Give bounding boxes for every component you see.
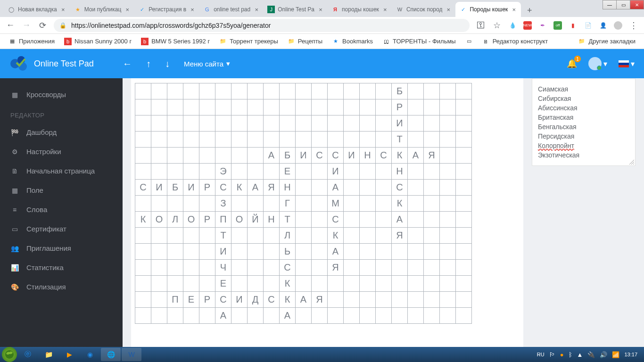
crossword-cell[interactable] xyxy=(183,244,199,260)
crossword-cell[interactable] xyxy=(312,115,328,132)
crossword-cell[interactable] xyxy=(344,308,360,324)
word-item[interactable]: Абиссинская xyxy=(538,103,629,113)
crossword-cell[interactable] xyxy=(440,164,456,180)
crossword-cell[interactable] xyxy=(231,244,248,260)
crossword-cell[interactable]: О xyxy=(183,212,199,228)
crossword-cell[interactable]: Б xyxy=(167,180,183,196)
tab-close-icon[interactable]: × xyxy=(189,6,196,13)
crossword-cell[interactable] xyxy=(231,115,248,132)
crossword-cell[interactable] xyxy=(328,276,344,292)
word-item[interactable]: Сибирская xyxy=(538,94,629,103)
crossword-cell[interactable] xyxy=(151,115,167,132)
crossword-cell[interactable] xyxy=(231,228,248,244)
crossword-cell[interactable] xyxy=(312,308,328,324)
crossword-cell[interactable] xyxy=(392,308,408,324)
crossword-cell[interactable]: О xyxy=(151,212,167,228)
crossword-cell[interactable] xyxy=(360,244,376,260)
sidebar-item-field[interactable]: ▦Поле xyxy=(0,181,123,200)
taskbar-word[interactable]: W xyxy=(122,348,141,361)
crossword-cell[interactable] xyxy=(344,196,360,212)
crossword-cell[interactable] xyxy=(151,164,167,180)
crossword-cell[interactable] xyxy=(360,308,376,324)
crossword-cell[interactable] xyxy=(440,276,456,292)
taskbar-chrome[interactable]: 🌐 xyxy=(101,348,121,361)
crossword-cell[interactable] xyxy=(376,260,392,276)
crossword-cell[interactable] xyxy=(264,115,280,132)
crossword-cell[interactable] xyxy=(376,83,392,99)
apps-button[interactable]: ▦Приложения xyxy=(6,36,58,47)
crossword-cell[interactable] xyxy=(424,212,440,228)
crossword-cell[interactable] xyxy=(344,292,360,308)
crossword-cell[interactable] xyxy=(151,99,167,115)
crossword-cell[interactable] xyxy=(248,148,264,164)
crossword-cell[interactable] xyxy=(408,276,424,292)
crossword-cell[interactable]: Р xyxy=(199,292,215,308)
crossword-cell[interactable]: А xyxy=(264,148,280,164)
crossword-cell[interactable] xyxy=(456,132,472,148)
crossword-cell[interactable] xyxy=(440,132,456,148)
crossword-cell[interactable] xyxy=(248,276,264,292)
ext-icon[interactable]: ✒ xyxy=(538,21,547,30)
crossword-cell[interactable]: П xyxy=(167,292,183,308)
crossword-cell[interactable] xyxy=(312,196,328,212)
crossword-cell[interactable] xyxy=(456,228,472,244)
crossword-cell[interactable] xyxy=(248,260,264,276)
browser-tab[interactable]: ◯Новая вкладка× xyxy=(4,2,70,17)
crossword-cell[interactable] xyxy=(440,260,456,276)
crossword-cell[interactable] xyxy=(264,196,280,212)
crossword-cell[interactable]: Й xyxy=(248,212,264,228)
crossword-cell[interactable] xyxy=(312,164,328,180)
crossword-cell[interactable]: Я xyxy=(392,228,408,244)
bookmark-item[interactable]: 🕮ТОРРЕНТЫ - Фильмы xyxy=(380,36,459,47)
crossword-cell[interactable] xyxy=(264,308,280,324)
crossword-cell[interactable] xyxy=(360,276,376,292)
crossword-cell[interactable] xyxy=(135,196,151,212)
crossword-cell[interactable] xyxy=(135,276,151,292)
sidebar-item-cert[interactable]: ▭Сертификат xyxy=(0,219,123,239)
crossword-cell[interactable] xyxy=(408,115,424,132)
crossword-cell[interactable] xyxy=(183,132,199,148)
crossword-cell[interactable] xyxy=(264,276,280,292)
crossword-cell[interactable]: А xyxy=(280,308,296,324)
crossword-cell[interactable] xyxy=(360,115,376,132)
crossword-cell[interactable] xyxy=(248,244,264,260)
crossword-cell[interactable]: З xyxy=(215,196,231,212)
crossword-cell[interactable] xyxy=(151,196,167,212)
crossword-cell[interactable]: Я xyxy=(264,180,280,196)
crossword-cell[interactable] xyxy=(328,308,344,324)
crossword-cell[interactable]: Л xyxy=(167,212,183,228)
crossword-cell[interactable]: П xyxy=(215,212,231,228)
crossword-cell[interactable] xyxy=(408,180,424,196)
crossword-cell[interactable] xyxy=(424,308,440,324)
ext-icon[interactable]: 📄 xyxy=(584,21,592,30)
sidebar-item-settings[interactable]: ⚙Настройки xyxy=(0,142,123,161)
crossword-cell[interactable] xyxy=(456,99,472,115)
bookmark-item[interactable]: bNissan Sunny 2000 г xyxy=(61,36,134,47)
crossword-cell[interactable] xyxy=(456,164,472,180)
crossword-cell[interactable] xyxy=(199,308,215,324)
crossword-cell[interactable] xyxy=(248,228,264,244)
crossword-cell[interactable] xyxy=(264,260,280,276)
crossword-cell[interactable] xyxy=(328,132,344,148)
star-icon[interactable]: ☆ xyxy=(492,20,502,31)
crossword-cell[interactable]: Е xyxy=(280,164,296,180)
crossword-cell[interactable] xyxy=(231,132,248,148)
crossword-cell[interactable] xyxy=(183,83,199,99)
crossword-cell[interactable] xyxy=(360,132,376,148)
crossword-cell[interactable] xyxy=(167,115,183,132)
crossword-cell[interactable] xyxy=(151,276,167,292)
word-item[interactable]: Персидская xyxy=(538,132,629,141)
crossword-cell[interactable] xyxy=(264,83,280,99)
crossword-cell[interactable] xyxy=(408,99,424,115)
crossword-cell[interactable] xyxy=(167,148,183,164)
crossword-cell[interactable] xyxy=(199,99,215,115)
crossword-cell[interactable] xyxy=(408,308,424,324)
crossword-cell[interactable] xyxy=(135,260,151,276)
crossword-cell[interactable] xyxy=(392,276,408,292)
crossword-cell[interactable] xyxy=(328,83,344,99)
crossword-cell[interactable] xyxy=(440,148,456,164)
taskbar-media[interactable]: ▶ xyxy=(59,348,79,361)
crossword-cell[interactable] xyxy=(167,260,183,276)
crossword-cell[interactable]: И xyxy=(215,244,231,260)
crossword-cell[interactable] xyxy=(199,244,215,260)
